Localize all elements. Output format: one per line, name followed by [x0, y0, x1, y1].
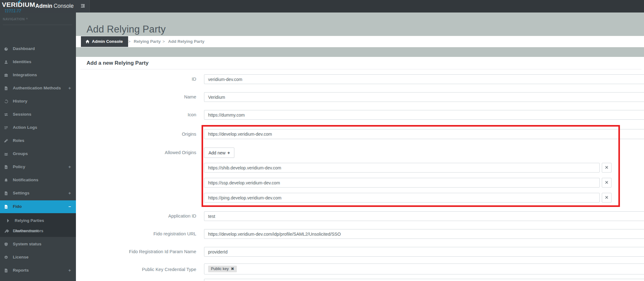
sidebar-item-label: Groups	[13, 151, 28, 156]
sidebar-subitem-relying-parties[interactable]: Relying Parties	[0, 215, 76, 226]
credential-type-chip: Public key✖	[208, 266, 237, 272]
close-icon	[605, 165, 608, 170]
field-label-fido-registration-id-param-name: Fido Registration Id Param Name	[87, 248, 196, 255]
sidebar-toggle-button[interactable]	[79, 3, 87, 10]
sidebar-item-system-status[interactable]: System status	[0, 238, 76, 251]
plus-icon: +	[227, 150, 230, 155]
form-panel: Add a new Relying Party ID Name Icon Ori…	[76, 57, 644, 281]
gear-icon	[4, 255, 9, 260]
allowed-origin-input-1[interactable]	[204, 163, 600, 173]
topbar: VERIDIUM ✔ HANDS ON SECURITY AdminConsol…	[0, 0, 644, 13]
sidebar-subitem-label: Relying Parties	[15, 218, 44, 223]
form-title: Add a new Relying Party	[87, 60, 148, 66]
sidebar-item-policy[interactable]: Policy +	[0, 161, 76, 174]
field-label-icon: Icon	[87, 112, 196, 118]
sidebar-item-label: System status	[13, 242, 42, 246]
chip-remove-icon[interactable]: ✖	[231, 267, 234, 271]
app-title-bold: Admin	[35, 3, 52, 9]
topbar-brand-section: VERIDIUM ✔ HANDS ON SECURITY AdminConsol…	[0, 0, 90, 13]
bell-icon	[4, 178, 9, 183]
dashboard-icon	[4, 47, 9, 52]
close-icon	[605, 195, 608, 200]
sidebar-item-settings[interactable]: Settings +	[0, 187, 76, 200]
sidebar-section-label: NAVIGATION ^	[3, 17, 28, 21]
wrench-icon	[4, 229, 9, 234]
sidebar-item-sessions[interactable]: Sessions	[0, 108, 76, 121]
field-label-public-key-credential-type: Public Key Credential Type	[87, 266, 196, 273]
expand-plus-icon[interactable]: +	[68, 191, 71, 196]
sidebar-item-label: Notifications	[13, 178, 38, 182]
field-label-origins: Origins	[87, 131, 196, 137]
sidebar-item-groups[interactable]: Groups	[0, 148, 76, 161]
sidebar-item-label: Identities	[13, 59, 31, 64]
fido-registration-url-input[interactable]	[204, 229, 644, 239]
sidebar-item-fido[interactable]: Fido −	[0, 200, 76, 213]
name-input[interactable]	[204, 92, 644, 102]
remove-origin-button-2[interactable]	[602, 178, 612, 188]
document-icon	[4, 165, 9, 170]
sidebar-divider	[3, 25, 72, 25]
field-label-application-id: Application ID	[87, 213, 196, 219]
fido-registration-id-param-name-input[interactable]	[204, 247, 644, 257]
sidebar-item-history[interactable]: History	[0, 95, 76, 108]
origins-input[interactable]	[204, 129, 644, 139]
admin-console-app: VERIDIUM ✔ HANDS ON SECURITY AdminConsol…	[0, 0, 644, 281]
sidebar: NAVIGATION ^ Dashboard Identities Integr…	[0, 13, 76, 281]
breadcrumb-root[interactable]: Admin Console	[81, 36, 128, 47]
public-key-credential-type-input[interactable]: Public key✖	[204, 263, 644, 274]
expand-plus-icon[interactable]: +	[68, 164, 71, 169]
sidebar-item-label: Environment	[13, 228, 39, 233]
close-icon	[605, 180, 608, 185]
id-input[interactable]	[204, 74, 644, 84]
sidebar-item-label: Settings	[13, 191, 29, 195]
sidebar-item-license[interactable]: License	[0, 251, 76, 264]
add-new-origin-button[interactable]: Add new+	[204, 148, 234, 158]
icon-input[interactable]	[204, 110, 644, 120]
field-label-fido-registration-url: Fido registration URL	[87, 231, 196, 237]
app-title-light: Console	[53, 3, 73, 9]
breadcrumb-item-add-relying-party[interactable]: Add Relying Party	[168, 36, 204, 47]
veridium-logo: VERIDIUM ✔ HANDS ON SECURITY	[2, 1, 37, 12]
allowed-origin-input-2[interactable]	[204, 178, 600, 188]
page-title: Add Relying Party	[87, 24, 166, 35]
user-icon	[4, 60, 9, 65]
collapse-minus-icon[interactable]: −	[68, 204, 71, 209]
next-field-input-partial[interactable]	[204, 279, 644, 281]
expand-plus-icon[interactable]: +	[68, 86, 71, 91]
sessions-icon	[4, 112, 9, 117]
sidebar-item-label: History	[13, 99, 27, 103]
sidebar-item-authentication-methods[interactable]: Authentication Methods +	[0, 82, 76, 95]
breadcrumb: Admin Console > Relying Party > Add Rely…	[76, 36, 644, 47]
sidebar-item-dashboard[interactable]: Dashboard	[0, 43, 76, 56]
sidebar-item-integrations[interactable]: Integrations	[0, 69, 76, 82]
breadcrumb-item-relying-party[interactable]: Relying Party	[134, 36, 161, 47]
breadcrumb-separator: >	[162, 36, 165, 47]
field-label-id: ID	[87, 76, 196, 82]
sidebar-item-label: License	[13, 255, 28, 259]
expand-plus-icon[interactable]: +	[68, 268, 71, 273]
remove-origin-button-3[interactable]	[602, 193, 612, 203]
sidebar-item-reports[interactable]: Reports +	[0, 264, 76, 277]
home-icon	[85, 37, 90, 48]
field-label-name: Name	[87, 94, 196, 100]
sidebar-item-label: Policy	[13, 164, 25, 169]
caret-right-icon	[7, 218, 9, 224]
application-id-input[interactable]	[204, 211, 644, 221]
brand-checkmark-icon: ✔	[17, 0, 22, 4]
sidebar-item-action-logs[interactable]: Action Logs	[0, 121, 76, 134]
allowed-origin-input-3[interactable]	[204, 193, 600, 203]
remove-origin-button-1[interactable]	[602, 163, 612, 173]
document-icon	[4, 86, 9, 91]
briefcase-icon	[4, 73, 9, 78]
sidebar-item-notifications[interactable]: Notifications	[0, 174, 76, 187]
shield-icon	[4, 242, 9, 247]
form-title-divider	[80, 69, 642, 69]
sidebar-item-identities[interactable]: Identities	[0, 56, 76, 69]
sidebar-item-environment[interactable]: Environment	[0, 225, 76, 238]
field-label-allowed-origins: Allowed Origins	[87, 149, 196, 156]
list-icon	[4, 125, 9, 130]
sidebar-item-roles[interactable]: Roles	[0, 134, 76, 148]
group-icon	[4, 152, 9, 157]
sidebar-item-label: Action Logs	[13, 125, 37, 130]
sidebar-item-label: Integrations	[13, 73, 37, 77]
